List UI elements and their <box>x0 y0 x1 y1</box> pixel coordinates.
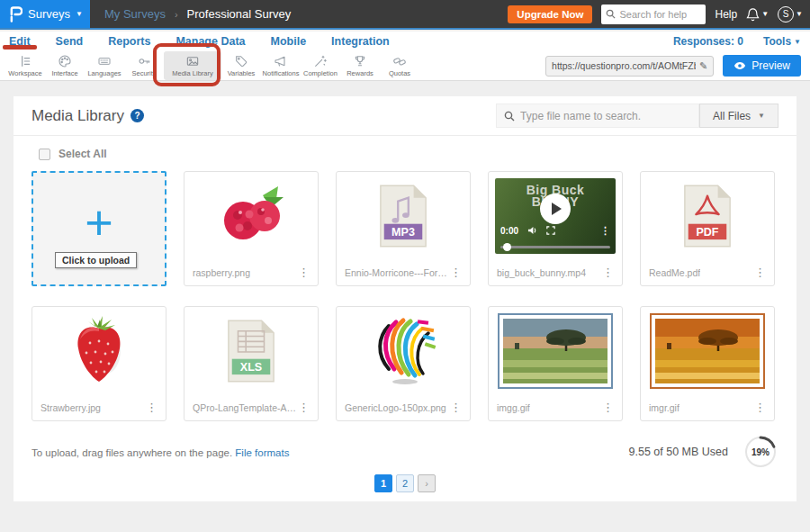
thumbnail-pdf-file: PDF <box>641 172 774 259</box>
media-card-xls[interactable]: XLS QPro-LangTemplate-April... ⋮ <box>184 306 319 421</box>
help-link[interactable]: Help <box>715 8 737 21</box>
upload-note: To upload, drag files anywhere on the pa… <box>32 447 289 458</box>
card-footer: Strawberry.jpg ⋮ <box>32 394 166 420</box>
tab-reports[interactable]: Reports <box>108 35 150 48</box>
help-search-input[interactable] <box>619 9 700 20</box>
kebab-menu-icon[interactable]: ⋮ <box>298 266 310 278</box>
subnav-right: Responses: 0 Tools▼ <box>673 35 801 48</box>
tab-mobile[interactable]: Mobile <box>271 35 307 48</box>
media-card-video[interactable]: Big Buck BUNNY 0:00 ⋮ <box>488 171 623 286</box>
storage-indicator: 9.55 of 50 MB Used 19% <box>629 434 778 470</box>
svg-text:MP3: MP3 <box>392 226 415 239</box>
toolbar-notifications[interactable]: Notifications <box>261 51 301 80</box>
thumbnail-imgg-landscape <box>489 307 622 394</box>
card-footer: big_buck_bunny.mp4 ⋮ <box>489 259 622 285</box>
card-footer: raspberry.png ⋮ <box>184 259 318 285</box>
toolbar-languages[interactable]: Languages <box>85 51 124 80</box>
toolbar-interface[interactable]: Interface <box>45 51 85 80</box>
survey-url-box[interactable]: ✎ <box>545 56 714 77</box>
select-all-label: Select All <box>58 148 107 160</box>
video-kebab-icon[interactable]: ⋮ <box>600 225 610 237</box>
select-all-checkbox[interactable] <box>39 149 50 160</box>
kebab-menu-icon[interactable]: ⋮ <box>754 266 766 278</box>
help-search-box[interactable] <box>601 5 706 24</box>
card-footer: QPro-LangTemplate-April... ⋮ <box>184 394 318 420</box>
upload-tile[interactable]: + Click to upload <box>32 171 166 286</box>
toolbar-quotas[interactable]: Quotas <box>380 51 419 80</box>
media-card-imgr[interactable]: imgr.gif ⋮ <box>640 306 775 421</box>
tab-manage-data[interactable]: Manage Data <box>176 35 245 48</box>
surveys-product-menu[interactable]: Surveys ▼ <box>0 0 90 28</box>
survey-url-input[interactable] <box>552 60 696 71</box>
help-question-icon[interactable]: ? <box>130 109 144 122</box>
breadcrumb-current-survey: Professional Survey <box>187 7 292 21</box>
tab-send[interactable]: Send <box>56 35 84 48</box>
breadcrumb-my-surveys[interactable]: My Surveys <box>104 7 166 21</box>
media-card-strawberry[interactable]: Strawberry.jpg ⋮ <box>32 306 166 421</box>
video-thumbnail[interactable]: Big Buck BUNNY 0:00 ⋮ <box>495 178 616 254</box>
kebab-menu-icon[interactable]: ⋮ <box>450 401 462 413</box>
tools-menu[interactable]: Tools▼ <box>763 35 801 48</box>
toolbar-completion[interactable]: Completion <box>301 51 340 80</box>
eye-icon <box>734 61 746 70</box>
kebab-menu-icon[interactable]: ⋮ <box>146 401 158 413</box>
survey-tabs-nav: Edit Send Reports Manage Data Mobile Int… <box>0 32 810 51</box>
fullscreen-icon[interactable] <box>546 226 555 235</box>
speaker-icon[interactable] <box>527 226 537 235</box>
notifications-bell[interactable]: ▼ <box>746 7 769 22</box>
tab-integration[interactable]: Integration <box>331 35 390 48</box>
plus-icon: + <box>85 204 113 240</box>
breadcrumb: My Surveys › Professional Survey <box>104 7 291 21</box>
kebab-menu-icon[interactable]: ⋮ <box>450 266 462 278</box>
video-progress-bar[interactable] <box>500 246 610 248</box>
account-menu[interactable]: S ▼ <box>778 6 803 23</box>
annotation-underline-edit <box>3 45 37 50</box>
media-card-imgg[interactable]: imgg.gif ⋮ <box>488 306 623 421</box>
next-page-button[interactable]: › <box>418 474 436 492</box>
upgrade-now-button[interactable]: Upgrade Now <box>508 5 592 23</box>
questionpro-logo-icon <box>9 6 22 23</box>
surveys-menu-label: Surveys <box>28 7 70 21</box>
chevron-down-icon: ▼ <box>796 10 803 18</box>
upload-tooltip: Click to upload <box>55 252 137 268</box>
preview-button[interactable]: Preview <box>723 55 801 77</box>
chevron-down-icon: ▼ <box>794 38 801 46</box>
toolbar-media-library[interactable]: Media Library <box>164 51 221 80</box>
media-library-header: Media Library ? All Files ▼ <box>14 96 796 136</box>
video-progress-handle[interactable] <box>503 243 511 251</box>
kebab-menu-icon[interactable]: ⋮ <box>754 401 766 413</box>
edit-url-pencil-icon[interactable]: ✎ <box>699 60 707 72</box>
toolbar-rewards[interactable]: Rewards <box>340 51 380 80</box>
select-all-row: Select All <box>14 136 796 160</box>
page-2-button[interactable]: 2 <box>396 474 414 492</box>
storage-percent: 19% <box>742 434 778 470</box>
toolbar-security[interactable]: Security <box>124 51 164 80</box>
all-files-filter[interactable]: All Files ▼ <box>699 104 778 128</box>
file-search-box[interactable] <box>496 104 699 128</box>
media-card-pdf[interactable]: PDF ReadMe.pdf ⋮ <box>640 171 775 286</box>
media-card-raspberry[interactable]: raspberry.png ⋮ <box>184 171 319 286</box>
play-button[interactable] <box>540 194 571 224</box>
toolbar-workspace[interactable]: Workspace <box>5 51 45 80</box>
file-formats-link[interactable]: File formats <box>235 447 289 458</box>
toolbar-variables[interactable]: Variables <box>221 51 261 80</box>
kebab-menu-icon[interactable]: ⋮ <box>602 266 614 278</box>
media-card-mp3[interactable]: MP3 Ennio-Morricone---For-A-... ⋮ <box>336 171 471 286</box>
svg-text:PDF: PDF <box>696 226 718 239</box>
kebab-menu-icon[interactable]: ⋮ <box>298 401 310 413</box>
library-controls: All Files ▼ <box>496 104 778 128</box>
page-1-button[interactable]: 1 <box>374 474 392 492</box>
file-search-input[interactable] <box>520 110 682 122</box>
kebab-menu-icon[interactable]: ⋮ <box>602 401 614 413</box>
responses-count[interactable]: Responses: 0 <box>673 35 743 48</box>
file-name: raspberry.png <box>193 267 250 278</box>
search-icon <box>606 9 616 19</box>
header-actions: Upgrade Now Help ▼ S ▼ <box>508 5 810 24</box>
palette-icon <box>58 54 72 68</box>
media-card-logo[interactable]: GenericLogo-150px.png ⋮ <box>336 306 471 421</box>
storage-used-text: 9.55 of 50 MB Used <box>629 446 728 458</box>
magic-wand-icon <box>313 54 328 68</box>
tag-icon <box>234 54 248 68</box>
thumbnail-video: Big Buck BUNNY 0:00 ⋮ <box>489 172 622 259</box>
video-time: 0:00 <box>500 226 518 236</box>
